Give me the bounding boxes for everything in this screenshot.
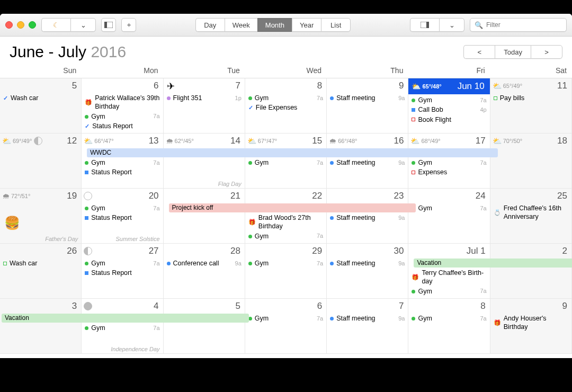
event[interactable]: Gym7a bbox=[410, 314, 487, 323]
day-cell[interactable]: 8Gym7a✓File Expenses bbox=[245, 78, 327, 133]
day-cell[interactable]: 29Gym7a bbox=[245, 244, 327, 299]
event[interactable]: Gym7a bbox=[247, 231, 324, 241]
event[interactable]: Status Report bbox=[84, 268, 160, 278]
event[interactable]: Gym7a bbox=[84, 203, 160, 213]
day-cell[interactable]: ⛅ 70°/50°18 bbox=[490, 133, 572, 189]
multi-day-event[interactable]: WWDC bbox=[87, 148, 497, 157]
day-cell[interactable]: 2 bbox=[490, 244, 572, 299]
multi-day-event[interactable]: Vacation bbox=[2, 314, 249, 323]
prev-button[interactable]: < bbox=[463, 45, 495, 59]
event[interactable]: Gym7a bbox=[247, 158, 324, 167]
event[interactable]: 🎁Andy Houser's Birthday bbox=[493, 314, 569, 332]
multi-day-event[interactable]: Vacation bbox=[414, 259, 572, 268]
view-tab-list[interactable]: List bbox=[321, 18, 351, 32]
event[interactable]: Gym7a bbox=[247, 259, 324, 268]
view-tab-year[interactable]: Year bbox=[292, 18, 321, 32]
day-cell[interactable]: 28Conference call9a bbox=[164, 244, 245, 299]
day-cell[interactable]: 6🎁Patrick Wallace's 39th BirthdayGym7a✓S… bbox=[82, 78, 163, 133]
search-field[interactable]: 🔍 bbox=[470, 18, 567, 32]
day-cell[interactable]: ⛅ 65°/49°11Pay bills bbox=[490, 78, 572, 133]
event[interactable]: Pay bills bbox=[493, 93, 569, 103]
moon-phase-icon bbox=[84, 247, 92, 255]
event[interactable]: Flight 3511p bbox=[166, 93, 243, 103]
day-cell[interactable]: 6Gym7a bbox=[245, 299, 327, 354]
event[interactable]: ✓Wash car bbox=[2, 93, 79, 103]
moon-menu-button[interactable]: ⌄ bbox=[70, 18, 96, 32]
day-cell[interactable]: ⛅ 65°/48°Jun 10Gym7aCall Bob4pBook Fligh… bbox=[408, 78, 490, 133]
day-cell[interactable]: 4Gym7aIndependence Day bbox=[82, 299, 163, 354]
panel-menu-button[interactable]: ⌄ bbox=[439, 18, 464, 32]
event[interactable]: Gym7a bbox=[247, 93, 324, 103]
event[interactable]: Staff meeting9a bbox=[329, 314, 406, 323]
day-cell[interactable]: 🌧 72°/51°19🍔Father's Day bbox=[0, 189, 82, 244]
minimize-icon[interactable] bbox=[17, 21, 24, 29]
event[interactable]: Gym7a bbox=[84, 259, 160, 268]
day-cell[interactable]: 5✓Wash car bbox=[0, 78, 82, 133]
view-tab-day[interactable]: Day bbox=[195, 18, 225, 32]
close-icon[interactable] bbox=[5, 21, 13, 29]
day-cell[interactable]: 30Staff meeting9a bbox=[327, 244, 408, 299]
day-cell[interactable]: 21 bbox=[164, 189, 245, 244]
zoom-icon[interactable] bbox=[29, 21, 36, 29]
day-cell[interactable]: 24Gym7a bbox=[408, 189, 490, 244]
event[interactable]: Gym7a bbox=[84, 112, 160, 121]
day-cell[interactable]: 3 bbox=[0, 299, 82, 354]
view-tab-week[interactable]: Week bbox=[225, 18, 257, 32]
day-cell[interactable]: 7Staff meeting9a bbox=[327, 299, 408, 354]
day-cell[interactable]: ⛅ 69°/49°12 bbox=[0, 133, 82, 189]
day-cell[interactable]: 🌧 62°/45°14Flag Day bbox=[164, 133, 245, 189]
event[interactable]: Gym7a bbox=[410, 158, 487, 167]
day-cell[interactable]: ⛅ 66°/47°13Gym7aStatus Report bbox=[82, 133, 163, 189]
day-cell[interactable]: Jul 1🎁Terry Chaffee's Birth­dayGym7a bbox=[408, 244, 490, 299]
checkbox-icon bbox=[412, 108, 415, 112]
day-cell[interactable]: 8Gym7a bbox=[408, 299, 490, 354]
view-tab-month[interactable]: Month bbox=[257, 18, 292, 32]
add-event-button[interactable]: ＋ bbox=[121, 18, 136, 32]
event[interactable]: Wash car bbox=[2, 259, 79, 268]
event[interactable]: Staff meeting9a bbox=[329, 158, 406, 167]
event[interactable]: Gym7a bbox=[247, 314, 324, 323]
moon-button[interactable]: ☾ bbox=[41, 18, 70, 32]
day-cell[interactable]: 9🎁Andy Houser's Birthday bbox=[490, 299, 572, 354]
event[interactable]: 🎁Patrick Wallace's 39th Birthday bbox=[84, 93, 160, 112]
day-cell[interactable]: ⛅ 67°/47°15Gym7a bbox=[245, 133, 327, 189]
event[interactable]: Conference call9a bbox=[166, 259, 243, 268]
event-time: 7a bbox=[316, 159, 323, 166]
day-cell[interactable]: 20Gym7aStatus ReportSummer Solstice bbox=[82, 189, 163, 244]
day-cell[interactable]: 🌧 66°/48°16Staff meeting9a bbox=[327, 133, 408, 189]
event[interactable]: Expenses bbox=[410, 167, 487, 177]
event[interactable]: ✓Status Report bbox=[84, 121, 160, 131]
panel-toggle-button[interactable] bbox=[410, 18, 439, 32]
event[interactable]: Gym7a bbox=[410, 95, 487, 105]
event[interactable]: Status Report bbox=[84, 213, 160, 222]
event[interactable]: Staff meeting9a bbox=[329, 259, 406, 268]
event[interactable]: Status Report bbox=[84, 167, 160, 177]
day-cell[interactable]: ⛅ 68°/49°17Gym7aExpenses bbox=[408, 133, 490, 189]
day-cell[interactable]: 5 bbox=[164, 299, 245, 354]
event[interactable]: Gym7a bbox=[410, 203, 487, 213]
event[interactable]: Gym7a bbox=[84, 323, 160, 333]
event[interactable]: Gym7a bbox=[84, 158, 160, 167]
event[interactable]: Staff meeting9a bbox=[329, 213, 406, 222]
day-cell[interactable]: 26Wash car bbox=[0, 244, 82, 299]
event[interactable]: Gym7a bbox=[410, 287, 487, 296]
today-button[interactable]: Today bbox=[495, 45, 531, 59]
event[interactable]: Call Bob4p bbox=[410, 105, 487, 114]
event[interactable]: 🎁Terry Chaffee's Birth­day bbox=[410, 268, 487, 287]
day-cell[interactable]: 7✈Flight 3511p bbox=[164, 78, 245, 133]
search-input[interactable] bbox=[485, 21, 562, 29]
day-cell[interactable]: 27Gym7aStatus Report bbox=[82, 244, 163, 299]
day-cell[interactable]: 23Staff meeting9a bbox=[327, 189, 408, 244]
next-button[interactable]: > bbox=[531, 45, 562, 59]
day-cell[interactable]: 22🎁Brad Wood's 27th BirthdayGym7a bbox=[245, 189, 327, 244]
day-number: 17 bbox=[476, 136, 488, 146]
day-cell[interactable]: 25💍Fred Chaffee's 16th Anniversary bbox=[490, 189, 572, 244]
day-cell[interactable]: 9Staff meeting9a bbox=[327, 78, 408, 133]
event[interactable]: ✓File Expenses bbox=[247, 103, 324, 112]
event[interactable]: Staff meeting9a bbox=[329, 93, 406, 103]
multi-day-event[interactable]: Project kick off bbox=[169, 203, 416, 212]
event[interactable]: 💍Fred Chaffee's 16th Anniversary bbox=[493, 203, 569, 222]
event[interactable]: Book Flight bbox=[410, 115, 487, 124]
event[interactable]: 🎁Brad Wood's 27th Birthday bbox=[247, 213, 324, 231]
sidebar-toggle-button[interactable] bbox=[101, 18, 116, 32]
